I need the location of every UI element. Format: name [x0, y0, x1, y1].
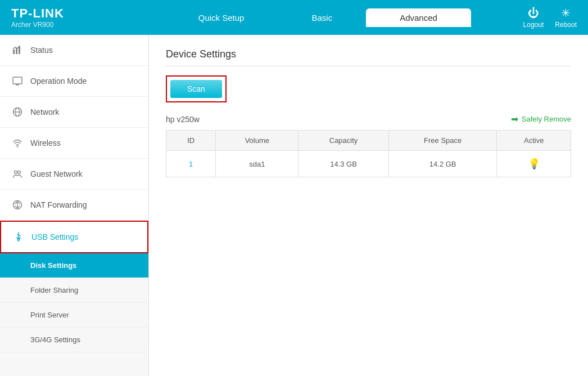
- cell-capacity: 14.3 GB: [298, 151, 389, 177]
- reboot-label: Reboot: [555, 21, 577, 29]
- col-header-volume: Volume: [216, 131, 298, 151]
- tab-advanced[interactable]: Advanced: [366, 8, 471, 27]
- cell-id[interactable]: 1: [166, 151, 216, 177]
- sidebar-item-network-label: Network: [30, 108, 59, 117]
- sidebar-item-operation-mode-label: Operation Mode: [30, 77, 87, 86]
- col-header-free-space: Free Space: [388, 131, 497, 151]
- sidebar-item-operation-mode[interactable]: Operation Mode: [0, 66, 148, 97]
- device-name: hp v250w: [166, 115, 200, 124]
- svg-rect-13: [17, 234, 19, 235]
- status-icon: [11, 44, 24, 56]
- usb-settings-icon: [12, 231, 25, 243]
- sidebar-item-guest-network-label: Guest Network: [30, 169, 83, 178]
- device-info: hp v250w ➡ Safely Remove: [166, 114, 571, 124]
- sidebar-item-nat-forwarding-label: NAT Forwarding: [30, 200, 87, 209]
- sidebar-item-network[interactable]: Network: [0, 97, 148, 128]
- nav-tabs: Quick Setup Basic Advanced: [112, 8, 523, 27]
- guest-network-icon: [11, 168, 24, 180]
- col-header-active: Active: [497, 131, 571, 151]
- cell-active: 💡: [497, 151, 571, 177]
- operation-mode-icon: [11, 75, 24, 87]
- sidebar-item-status-label: Status: [30, 46, 53, 55]
- logout-label: Logout: [523, 21, 544, 29]
- scan-button[interactable]: Scan: [170, 80, 222, 98]
- logo-brand: TP-LINK: [11, 6, 112, 21]
- col-header-id: ID: [166, 131, 216, 151]
- svg-point-9: [17, 146, 18, 147]
- sidebar-item-usb-settings-label: USB Settings: [31, 232, 78, 241]
- sub-menu-folder-sharing[interactable]: Folder Sharing: [0, 278, 148, 303]
- sidebar-item-wireless-label: Wireless: [30, 138, 61, 147]
- tab-quick-setup[interactable]: Quick Setup: [165, 8, 278, 27]
- scan-button-wrapper: Scan: [166, 75, 227, 102]
- header-actions: ⏻ Logout ✳ Reboot: [523, 6, 577, 29]
- header: TP-LINK Archer VR900 Quick Setup Basic A…: [0, 0, 588, 35]
- svg-point-15: [17, 239, 20, 241]
- svg-point-11: [18, 171, 21, 174]
- svg-rect-0: [13, 50, 15, 54]
- sidebar-item-usb-settings[interactable]: USB Settings: [0, 221, 148, 253]
- reboot-button[interactable]: ✳ Reboot: [555, 6, 577, 29]
- svg-rect-14: [19, 235, 21, 236]
- sub-menu-disk-settings[interactable]: Disk Settings: [0, 253, 148, 278]
- safely-remove-label: Safely Remove: [522, 115, 571, 123]
- safely-remove-icon: ➡: [511, 114, 518, 124]
- svg-rect-1: [16, 48, 17, 54]
- sidebar-item-guest-network[interactable]: Guest Network: [0, 159, 148, 190]
- sidebar-item-status[interactable]: Status: [0, 35, 148, 66]
- logo-area: TP-LINK Archer VR900: [11, 6, 112, 29]
- nat-forwarding-icon: [11, 199, 24, 211]
- sidebar-item-wireless[interactable]: Wireless: [0, 128, 148, 159]
- svg-rect-3: [13, 77, 22, 84]
- safely-remove-button[interactable]: ➡ Safely Remove: [511, 114, 571, 124]
- main-layout: Status Operation Mode Network Wireless G…: [0, 35, 588, 376]
- col-header-capacity: Capacity: [298, 131, 389, 151]
- svg-rect-4: [16, 84, 19, 86]
- content-area: Device Settings Scan hp v250w ➡ Safely R…: [149, 35, 588, 376]
- table-row: 1sda114.3 GB14.2 GB💡: [166, 151, 571, 177]
- wireless-icon: [11, 137, 24, 149]
- disk-table: ID Volume Capacity Free Space Active 1sd…: [166, 130, 571, 177]
- reboot-icon: ✳: [561, 6, 571, 20]
- sidebar: Status Operation Mode Network Wireless G…: [0, 35, 149, 376]
- cell-volume: sda1: [216, 151, 298, 177]
- page-title: Device Settings: [166, 48, 571, 66]
- sub-menu-print-server[interactable]: Print Server: [0, 303, 148, 328]
- active-indicator-icon: 💡: [528, 158, 540, 169]
- usb-sub-menu: Disk Settings Folder Sharing Print Serve…: [0, 253, 148, 352]
- network-icon: [11, 106, 24, 118]
- cell-free-space: 14.2 GB: [388, 151, 497, 177]
- sub-menu-3g4g-settings[interactable]: 3G/4G Settings: [0, 328, 148, 352]
- logout-icon: ⏻: [528, 7, 539, 20]
- sidebar-item-nat-forwarding[interactable]: NAT Forwarding: [0, 190, 148, 221]
- logout-button[interactable]: ⏻ Logout: [523, 7, 544, 29]
- svg-point-10: [15, 171, 17, 174]
- logo-model: Archer VR900: [11, 21, 112, 29]
- tab-basic[interactable]: Basic: [278, 8, 366, 27]
